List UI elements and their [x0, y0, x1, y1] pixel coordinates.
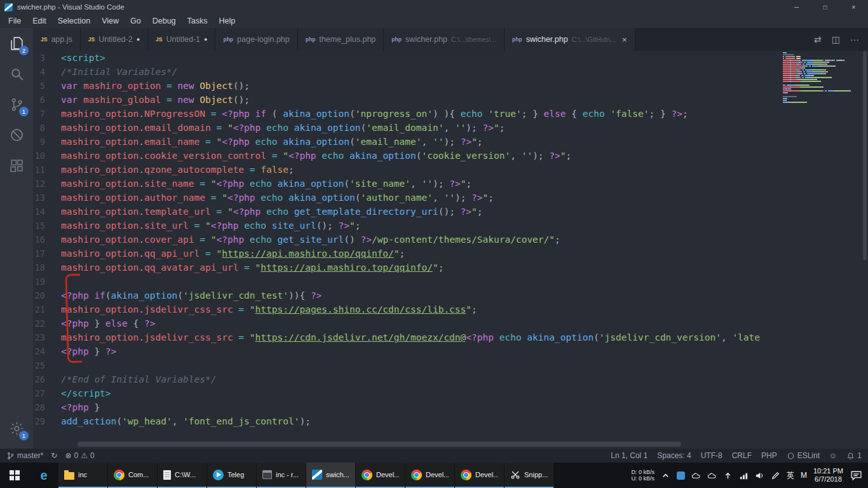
code-line[interactable]: 3<script> — [33, 51, 783, 65]
onedrive-cloud-icon[interactable] — [691, 471, 701, 480]
code-line[interactable]: 23mashiro_option.jsdelivr_css_src = "htt… — [33, 330, 783, 344]
more-actions-button[interactable]: ··· — [850, 34, 859, 44]
tab[interactable]: JSUntitled-2● — [81, 28, 148, 51]
menu-item-go[interactable]: Go — [125, 17, 147, 25]
minimize-button[interactable]: ─ — [782, 0, 811, 14]
horizontal-scrollbar-thumb[interactable] — [78, 442, 681, 447]
code-editor[interactable]: 3<script>4/*Initial Variables*/5var mash… — [33, 51, 783, 440]
eslint-status[interactable]: ESLint — [787, 451, 820, 460]
code-line[interactable]: 5var mashiro_option = new Object(); — [33, 79, 783, 93]
code-line[interactable]: 27</script> — [33, 386, 783, 400]
split-editor-button[interactable]: ◫ — [832, 34, 840, 44]
code-line[interactable]: 14mashiro_option.template_url = "<?php e… — [33, 205, 783, 219]
code-line[interactable]: 13mashiro_option.author_name = "<?php ec… — [33, 191, 783, 205]
menu-item-view[interactable]: View — [96, 17, 125, 25]
pen-icon[interactable] — [771, 471, 780, 480]
tab[interactable]: phpswicher.phpC:\...\themes\... — [384, 28, 505, 51]
code-line[interactable]: 7mashiro_option.NProgressON = <?php if (… — [33, 107, 783, 121]
notifications-status[interactable]: 1 — [846, 451, 862, 460]
code-line[interactable]: 26/*End of Initial Variables*/ — [33, 372, 783, 386]
menu-item-selection[interactable]: Selection — [52, 17, 96, 25]
menubar: FileEditSelectionViewGoDebugTasksHelp — [0, 14, 868, 28]
start-button[interactable] — [0, 463, 29, 488]
tab[interactable]: JSapp.js — [33, 28, 81, 51]
network-speed-widget[interactable]: D: 0 kB/s U: 0 kB/s — [631, 469, 654, 482]
code-line[interactable]: 25 — [33, 358, 783, 372]
chevron-up-icon[interactable] — [661, 471, 670, 480]
code-line[interactable]: 28<?php } — [33, 400, 783, 414]
taskbar-app-snipping[interactable]: Snipp... — [505, 463, 553, 488]
code-line[interactable]: 4/*Initial Variables*/ — [33, 65, 783, 79]
code-line[interactable]: 6var mashiro_global = new Object(); — [33, 93, 783, 107]
line-number: 20 — [33, 288, 61, 302]
code-line[interactable]: 22<?php } else { ?> — [33, 316, 783, 330]
action-center-button[interactable] — [850, 469, 863, 482]
volume-icon[interactable] — [755, 471, 764, 480]
taskbar-app-chrome[interactable]: Devel... — [405, 463, 454, 488]
eol-status[interactable]: CRLF — [732, 451, 752, 460]
sync-button[interactable]: ↻ — [51, 451, 57, 460]
code-line[interactable]: 8mashiro_option.email_domain = "<?php ec… — [33, 121, 783, 135]
problems-status[interactable]: ⊗ 0 ⚠ 0 — [65, 451, 94, 460]
taskbar-clock[interactable]: 10:21 PM 6/7/2018 — [813, 467, 843, 484]
taskbar-app-file[interactable]: C:\W... — [158, 463, 207, 488]
activity-item-extensions[interactable] — [0, 150, 33, 180]
code-line[interactable]: 29add_action('wp_head', 'font_end_js_con… — [33, 414, 783, 428]
encoding-status[interactable]: UTF-8 — [701, 451, 722, 460]
taskbar-app-folder[interactable]: inc — [58, 463, 107, 488]
code-line[interactable]: 12mashiro_option.site_name = "<?php echo… — [33, 177, 783, 191]
open-changes-button[interactable]: ⇄ — [814, 34, 822, 44]
taskbar-app-window[interactable]: inc - r... — [257, 463, 306, 488]
edge-taskbar-button[interactable]: e — [29, 463, 58, 488]
code-line[interactable]: 21mashiro_option.jsdelivr_css_src = "htt… — [33, 302, 783, 316]
language-mode-status[interactable]: PHP — [761, 451, 777, 460]
tab[interactable]: phpswicher.phpC:\...\GitHub\...× — [505, 28, 635, 51]
taskbar-app-telegram[interactable]: Teleg — [207, 463, 256, 488]
taskbar-app-vscode[interactable]: swich... — [306, 463, 355, 488]
menu-item-edit[interactable]: Edit — [27, 17, 52, 25]
arrow-up-icon[interactable] — [723, 471, 733, 480]
cloud-icon[interactable] — [707, 471, 717, 480]
taskbar-app-chrome[interactable]: Devel... — [455, 463, 504, 488]
tabs: JSapp.jsJSUntitled-2●JSUntitled-1●phppag… — [33, 28, 635, 51]
editor-viewport[interactable]: 3<script>4/*Initial Variables*/5var mash… — [33, 51, 868, 449]
maximize-button[interactable]: □ — [811, 0, 839, 14]
menu-item-debug[interactable]: Debug — [147, 17, 182, 25]
code-line[interactable]: 16mashiro_option.cover_api = "<?php echo… — [33, 233, 783, 247]
code-line[interactable]: 10mashiro_option.cookie_version_control … — [33, 149, 783, 163]
code-line[interactable]: 15mashiro_option.site_url = "<?php echo … — [33, 219, 783, 233]
network-icon[interactable] — [739, 471, 749, 480]
git-branch-status[interactable]: master* — [6, 451, 43, 460]
minimap[interactable] — [783, 52, 862, 449]
tab[interactable]: phptheme_plus.php — [298, 28, 384, 51]
activity-item-search[interactable] — [0, 58, 33, 89]
activity-item-debug[interactable] — [0, 119, 33, 150]
m-tray-badge[interactable]: M — [801, 471, 807, 480]
tray-app-icon[interactable] — [677, 471, 685, 480]
vertical-scrollbar-thumb[interactable] — [863, 51, 867, 261]
tab[interactable]: JSUntitled-1● — [148, 28, 215, 51]
code-line[interactable]: 19 — [33, 274, 783, 288]
taskbar-app-chrome[interactable]: Com... — [108, 463, 157, 488]
close-button[interactable]: × — [839, 0, 868, 14]
code-line[interactable]: 24<?php } ?> — [33, 344, 783, 358]
code-line[interactable]: 9mashiro_option.email_name = "<?php echo… — [33, 135, 783, 149]
tab[interactable]: phppage-login.php — [215, 28, 297, 51]
activity-item-source-control[interactable]: 1 — [0, 89, 33, 119]
cursor-position-status[interactable]: Ln 1, Col 1 — [611, 451, 648, 460]
vertical-scrollbar[interactable] — [862, 51, 868, 449]
code-line[interactable]: 17mashiro_option.qq_api_url = "https://a… — [33, 247, 783, 261]
menu-item-help[interactable]: Help — [214, 17, 241, 25]
feedback-status[interactable]: ☺ — [829, 451, 837, 460]
ime-language-indicator[interactable]: 英 — [787, 470, 794, 481]
activity-item-explorer[interactable]: 2 — [0, 28, 33, 58]
close-tab-icon[interactable]: × — [622, 35, 627, 44]
code-line[interactable]: 11mashiro_option.qzone_autocomplete = fa… — [33, 163, 783, 177]
menu-item-tasks[interactable]: Tasks — [182, 17, 214, 25]
taskbar-app-chrome[interactable]: Devel... — [356, 463, 405, 488]
code-line[interactable]: 20<?php if(akina_option('jsdelivr_cdn_te… — [33, 288, 783, 302]
menu-item-file[interactable]: File — [3, 17, 27, 25]
activity-item-settings[interactable]: 1 — [0, 413, 33, 444]
indentation-status[interactable]: Spaces: 4 — [657, 451, 691, 460]
code-line[interactable]: 18mashiro_option.qq_avatar_api_url = "ht… — [33, 261, 783, 274]
